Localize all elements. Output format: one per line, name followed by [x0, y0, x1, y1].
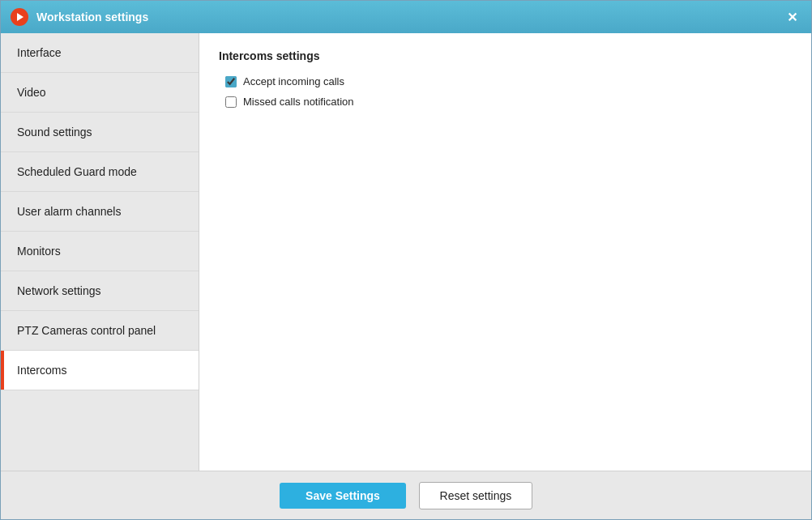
sidebar-item-ptz-cameras-control-panel[interactable]: PTZ Cameras control panel	[1, 311, 199, 351]
save-settings-button[interactable]: Save Settings	[280, 483, 406, 509]
missed-calls-notification-checkbox[interactable]	[225, 96, 237, 108]
title-bar: Workstation settings ✕	[1, 1, 811, 33]
content-area: Interface Video Sound settings Scheduled…	[1, 33, 811, 471]
sidebar-item-interface[interactable]: Interface	[1, 33, 199, 73]
sidebar-item-intercoms[interactable]: Intercoms	[1, 351, 199, 390]
svg-marker-0	[17, 13, 24, 21]
reset-settings-button[interactable]: Reset settings	[419, 482, 532, 509]
accept-incoming-calls-row: Accept incoming calls	[219, 75, 792, 87]
sidebar-item-network-settings[interactable]: Network settings	[1, 271, 199, 311]
sidebar-item-user-alarm-channels[interactable]: User alarm channels	[1, 192, 199, 232]
missed-calls-notification-row: Missed calls notification	[219, 96, 792, 108]
footer: Save Settings Reset settings	[1, 471, 811, 519]
section-title: Intercoms settings	[219, 49, 792, 62]
sidebar-item-sound-settings[interactable]: Sound settings	[1, 113, 199, 152]
sidebar-item-label: User alarm channels	[17, 205, 121, 218]
sidebar-item-label: Intercoms	[17, 364, 66, 377]
sidebar-item-label: PTZ Cameras control panel	[17, 324, 156, 337]
sidebar-item-label: Monitors	[17, 245, 61, 258]
sidebar-item-label: Sound settings	[17, 126, 92, 139]
main-content: Intercoms settings Accept incoming calls…	[199, 33, 811, 471]
sidebar-item-label: Interface	[17, 46, 61, 59]
workstation-settings-dialog: Workstation settings ✕ Interface Video S…	[0, 0, 812, 520]
accept-incoming-calls-checkbox[interactable]	[225, 76, 237, 87]
sidebar-item-label: Video	[17, 86, 46, 99]
sidebar-item-monitors[interactable]: Monitors	[1, 232, 199, 271]
sidebar-item-video[interactable]: Video	[1, 73, 199, 113]
close-button[interactable]: ✕	[782, 7, 801, 27]
dialog-title: Workstation settings	[36, 11, 782, 23]
missed-calls-notification-label: Missed calls notification	[243, 96, 354, 108]
app-icon	[11, 8, 28, 26]
sidebar-item-scheduled-guard-mode[interactable]: Scheduled Guard mode	[1, 152, 199, 192]
sidebar: Interface Video Sound settings Scheduled…	[1, 33, 199, 471]
sidebar-item-label: Network settings	[17, 284, 100, 297]
sidebar-item-label: Scheduled Guard mode	[17, 165, 137, 178]
accept-incoming-calls-label: Accept incoming calls	[243, 75, 344, 87]
